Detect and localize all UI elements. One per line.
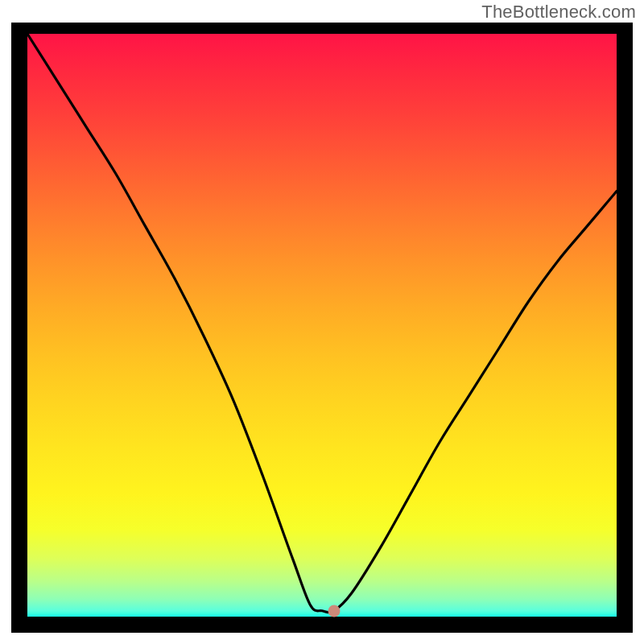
plot-area — [27, 34, 617, 617]
bottleneck-curve-path — [27, 34, 617, 613]
chart-container: TheBottleneck.com — [0, 0, 644, 644]
optimum-marker-icon — [328, 605, 340, 617]
curve-svg — [27, 34, 617, 617]
watermark-label: TheBottleneck.com — [481, 2, 636, 23]
chart-frame — [11, 23, 633, 633]
